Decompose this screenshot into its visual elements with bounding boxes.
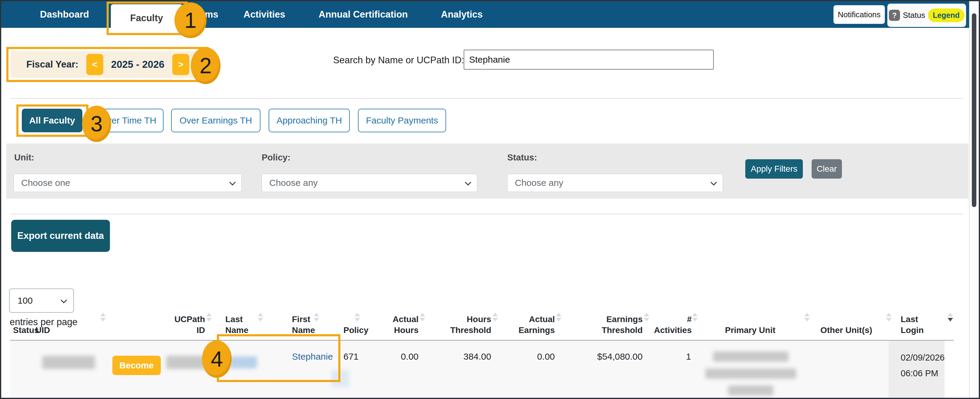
search-label: Search by Name or UCPath ID:	[333, 55, 464, 66]
redacted-primary-unit	[713, 351, 789, 362]
policy-filter-label: Policy:	[262, 153, 290, 162]
cell-hours-threshold: 384.00	[422, 340, 495, 399]
fiscal-year-value: 2025 - 2026	[111, 59, 164, 70]
vertical-scrollbar[interactable]	[969, 1, 979, 398]
app-frame: Dashboard Forms Activities Annual Certif…	[0, 0, 980, 399]
col-header-actual-hours[interactable]: Actual Hours	[357, 299, 422, 340]
clear-filters-button[interactable]: Clear	[811, 159, 842, 179]
tab-over-earnings-th[interactable]: Over Earnings TH	[171, 109, 261, 132]
chevron-down-icon	[229, 179, 235, 185]
status-dropdown[interactable]: Choose any	[507, 174, 723, 192]
tab-approaching-th[interactable]: Approaching TH	[269, 109, 350, 132]
redacted-uid	[42, 356, 95, 369]
col-header-ucpath-label: UCPath ID	[175, 315, 205, 335]
col-header-hours-threshold[interactable]: Hours Threshold	[422, 299, 495, 340]
cell-uid	[33, 340, 103, 399]
nav-activities[interactable]: Activities	[243, 1, 285, 28]
export-current-data-button[interactable]: Export current data	[11, 220, 110, 252]
redacted-detail	[331, 370, 350, 387]
help-icon: ?	[889, 10, 900, 21]
nav-dashboard[interactable]: Dashboard	[40, 1, 89, 28]
sort-indicator-icon	[948, 313, 953, 321]
col-header-firstname-label: First Name	[292, 315, 315, 335]
nav-annual-certification[interactable]: Annual Certification	[318, 1, 408, 28]
col-header-primary-unit[interactable]: Primary Unit	[695, 299, 807, 340]
col-header-status[interactable]: Status	[10, 299, 33, 340]
cell-ucpath-id	[166, 340, 208, 399]
unit-dropdown[interactable]: Choose one	[14, 174, 242, 192]
col-header-become	[103, 299, 166, 340]
cell-status	[10, 340, 33, 399]
col-header-uid-label: UID	[35, 326, 50, 335]
scrollbar-thumb[interactable]	[972, 13, 976, 207]
col-header-ucpath-id[interactable]: UCPath ID	[166, 299, 208, 340]
nav-analytics[interactable]: Analytics	[441, 1, 483, 28]
col-header-uid[interactable]: UID	[33, 299, 103, 340]
cell-num-activities: 1	[646, 340, 695, 399]
col-header-num-activities[interactable]: # Activities	[646, 299, 695, 340]
col-header-actual-earnings[interactable]: Actual Earnings	[495, 299, 558, 340]
unit-dropdown-value: Choose one	[21, 178, 70, 188]
col-header-last-name[interactable]: Last Name	[208, 299, 260, 340]
policy-dropdown-value: Choose any	[269, 178, 318, 188]
annotation-callout-1: 1	[175, 2, 207, 38]
redacted-ucpath-id	[166, 356, 207, 369]
tab-faculty-payments[interactable]: Faculty Payments	[358, 109, 446, 132]
divider-top	[10, 98, 963, 99]
redacted-primary-unit	[728, 385, 773, 396]
col-header-lastname-label: Last Name	[225, 315, 248, 335]
redacted-last-name-link[interactable]	[229, 356, 257, 369]
fiscal-year-prev-button[interactable]: <	[86, 54, 103, 75]
table-row: Become Stephanie 671 0.00 384.00 0.00 $5…	[10, 340, 954, 399]
status-label: Status	[903, 11, 925, 20]
nav-faculty-active-tab[interactable]: Faculty	[111, 4, 182, 34]
divider-middle	[10, 214, 963, 214]
fiscal-year-panel: Fiscal Year: < 2025 - 2026 >	[11, 51, 204, 78]
status-filter-label: Status:	[507, 153, 537, 162]
tab-all-faculty[interactable]: All Faculty	[22, 109, 83, 132]
cell-primary-unit	[695, 340, 807, 399]
col-header-earnings-threshold[interactable]: Earnings Threshold	[558, 299, 646, 340]
cell-actual-earnings: 0.00	[495, 340, 558, 399]
cell-first-name: Stephanie	[260, 340, 316, 399]
col-header-other-units-label: Other Unit(s)	[820, 326, 872, 335]
last-login-time: 06:06 PM	[900, 366, 945, 381]
become-button[interactable]: Become	[112, 356, 161, 375]
col-header-hours-threshold-label: Hours Threshold	[450, 315, 491, 335]
apply-filters-button[interactable]: Apply Filters	[745, 159, 803, 179]
col-header-policy[interactable]: Policy	[316, 299, 357, 340]
cell-earnings-threshold: $54,080.00	[558, 340, 646, 399]
col-header-other-units[interactable]: Other Unit(s)	[807, 299, 889, 340]
fiscal-year-next-button[interactable]: >	[172, 54, 189, 75]
col-header-first-name[interactable]: First Name	[260, 299, 316, 340]
redacted-primary-unit	[705, 369, 796, 379]
cell-sort-spacer	[945, 340, 954, 399]
legend-badge: Legend	[928, 8, 964, 22]
last-login-date: 02/09/2026	[900, 350, 945, 366]
annotation-callout-3: 3	[82, 106, 111, 142]
fiscal-year-label: Fiscal Year:	[26, 59, 78, 70]
status-legend-button[interactable]: ? Status Legend	[887, 4, 966, 27]
filter-panel: Unit: Choose one Policy: Choose any Stat…	[6, 143, 969, 199]
chevron-down-icon	[711, 179, 717, 185]
first-name-link[interactable]: Stephanie	[292, 351, 333, 361]
policy-dropdown[interactable]: Choose any	[262, 174, 477, 192]
col-header-primary-unit-label: Primary Unit	[725, 326, 776, 335]
status-dropdown-value: Choose any	[515, 178, 563, 188]
faculty-table: Status UID UCPath ID Last Name First Nam…	[10, 299, 954, 399]
cell-other-units	[807, 340, 889, 399]
cell-become: Become	[103, 340, 166, 399]
search-input[interactable]	[464, 50, 714, 70]
col-header-actual-hours-label: Actual Hours	[393, 315, 418, 335]
annotation-callout-4: 4	[202, 340, 232, 378]
cell-actual-hours: 0.00	[357, 340, 422, 399]
annotation-callout-2: 2	[191, 47, 221, 84]
col-header-num-activities-label: # Activities	[654, 315, 692, 335]
notifications-button[interactable]: Notifications	[834, 5, 885, 24]
col-header-earnings-threshold-label: Earnings Threshold	[602, 315, 643, 335]
unit-filter-label: Unit:	[14, 153, 34, 162]
table-header-row: Status UID UCPath ID Last Name First Nam…	[10, 299, 954, 340]
col-header-actual-earnings-label: Actual Earnings	[519, 315, 555, 335]
col-header-sort-indicator[interactable]	[945, 299, 954, 340]
col-header-last-login[interactable]: Last Login	[889, 299, 945, 340]
